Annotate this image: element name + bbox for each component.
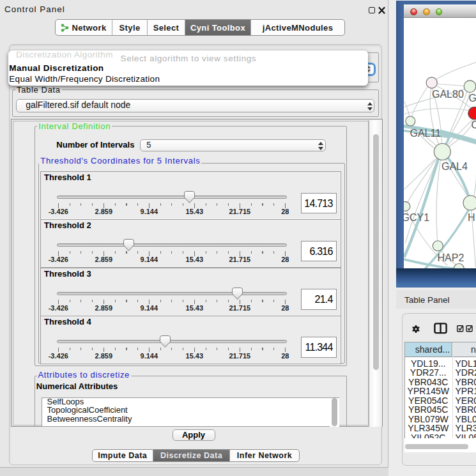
svg-text:HAP2: HAP2 [437, 252, 464, 263]
svg-text:GAL80: GAL80 [432, 88, 464, 99]
svg-text:GAL4: GAL4 [441, 160, 468, 171]
svg-text:C: C [471, 119, 476, 130]
svg-text:GCY1: GCY1 [404, 212, 429, 223]
svg-text:GAL11: GAL11 [410, 128, 441, 139]
svg-text:H: H [468, 212, 475, 223]
svg-text:G.: G. [468, 93, 476, 104]
